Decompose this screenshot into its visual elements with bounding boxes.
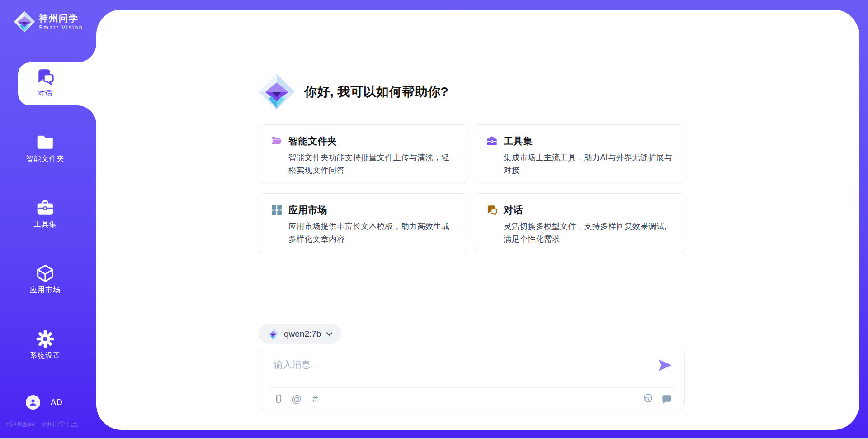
folder-icon	[36, 133, 55, 152]
card-title: 工具集	[504, 135, 533, 148]
folder-open-icon	[271, 135, 283, 147]
copyright-footer: ©神州数码 · 神州问学出品	[6, 420, 77, 429]
main-content-area: 你好, 我可以如何帮助你? 智能文件夹 智能文件夹功能支持批量文件上传与清洗，轻…	[96, 10, 859, 430]
sidebar-item-label: 系统设置	[0, 351, 90, 361]
card-smart-folder[interactable]: 智能文件夹 智能文件夹功能支持批量文件上传与清洗，轻松实现文件问答	[259, 124, 468, 183]
tab-fillet-bottom	[71, 105, 96, 131]
hash-icon: #	[312, 394, 318, 404]
attach-file-button[interactable]	[273, 393, 283, 405]
user-account[interactable]: AD	[26, 395, 63, 410]
card-description: 应用市场提供丰富长文本模板，助力高效生成多样化文章内容	[288, 220, 457, 245]
card-description: 集成市场上主流工具，助力AI与外界无缝扩展与对接	[504, 152, 674, 177]
mention-button[interactable]: @	[291, 393, 302, 405]
history-icon	[643, 394, 653, 404]
feature-cards: 智能文件夹 智能文件夹功能支持批量文件上传与清洗，轻松实现文件问答 工具集 集成…	[259, 124, 685, 253]
card-title: 应用市场	[288, 204, 327, 216]
sidebar-item-app-market[interactable]: 应用市场	[0, 259, 90, 302]
sidebar-item-label: 工具集	[0, 220, 90, 229]
user-initials: AD	[51, 398, 63, 407]
gem-diamond-icon	[267, 328, 279, 340]
send-plane-icon[interactable]	[658, 358, 672, 372]
sidebar-item-chat[interactable]: 对话	[0, 62, 90, 105]
sidebar-item-toolset[interactable]: 工具集	[0, 194, 90, 237]
chat-bubbles-icon	[36, 67, 55, 86]
model-name: qwen2:7b	[284, 329, 321, 339]
model-selector[interactable]: qwen2:7b	[259, 324, 341, 344]
brand-name: 神州问学	[39, 14, 83, 23]
sidebar-item-settings[interactable]: 系统设置	[0, 325, 90, 368]
card-title: 对话	[504, 204, 523, 216]
gear-icon	[36, 329, 55, 348]
app-window: 你好, 我可以如何帮助你? 智能文件夹 智能文件夹功能支持批量文件上传与清洗，轻…	[0, 0, 868, 439]
composer-divider	[269, 387, 675, 388]
grid-tiles-icon	[271, 204, 283, 216]
brand-logo: 神州问学 Smart Vision	[14, 11, 83, 33]
cube-icon	[36, 264, 55, 283]
gem-diamond-icon	[14, 11, 35, 33]
brand-gem-icon	[258, 73, 295, 110]
chevron-down-icon	[326, 331, 333, 337]
conversation-button[interactable]	[661, 394, 672, 405]
sidebar-item-smart-folder[interactable]: 智能文件夹	[0, 128, 90, 171]
greeting-block: 你好, 我可以如何帮助你?	[258, 73, 448, 110]
card-description: 智能文件夹功能支持批量文件上传与清洗，轻松实现文件问答	[288, 152, 457, 177]
tab-fillet-top	[71, 37, 96, 62]
card-app-market[interactable]: 应用市场 应用市场提供丰富长文本模板，助力高效生成多样化文章内容	[259, 193, 468, 253]
sidebar-item-label: 智能文件夹	[0, 154, 90, 164]
paperclip-icon	[273, 393, 283, 405]
card-chat[interactable]: 对话 灵活切换多模型文件，支持多样回复效果调试,满足个性化需求	[474, 193, 685, 253]
brand-subtitle: Smart Vision	[39, 25, 83, 30]
message-icon	[661, 394, 671, 404]
briefcase-icon	[36, 198, 55, 217]
chat-bubbles-icon	[486, 204, 498, 216]
card-description: 灵活切换多模型文件，支持多样回复效果调试,满足个性化需求	[504, 220, 674, 245]
at-sign-icon: @	[292, 394, 302, 404]
message-composer: @ #	[259, 348, 685, 410]
greeting-title: 你好, 我可以如何帮助你?	[304, 83, 448, 100]
avatar	[26, 395, 40, 410]
sidebar-item-label: 对话	[0, 89, 90, 98]
history-button[interactable]	[643, 394, 654, 405]
person-icon	[28, 397, 38, 407]
sidebar-item-label: 应用市场	[0, 286, 90, 295]
card-title: 智能文件夹	[288, 135, 337, 148]
briefcase-icon	[486, 135, 498, 147]
card-toolset[interactable]: 工具集 集成市场上主流工具，助力AI与外界无缝扩展与对接	[474, 124, 685, 183]
message-input[interactable]	[273, 358, 648, 383]
topic-button[interactable]: #	[310, 393, 321, 405]
